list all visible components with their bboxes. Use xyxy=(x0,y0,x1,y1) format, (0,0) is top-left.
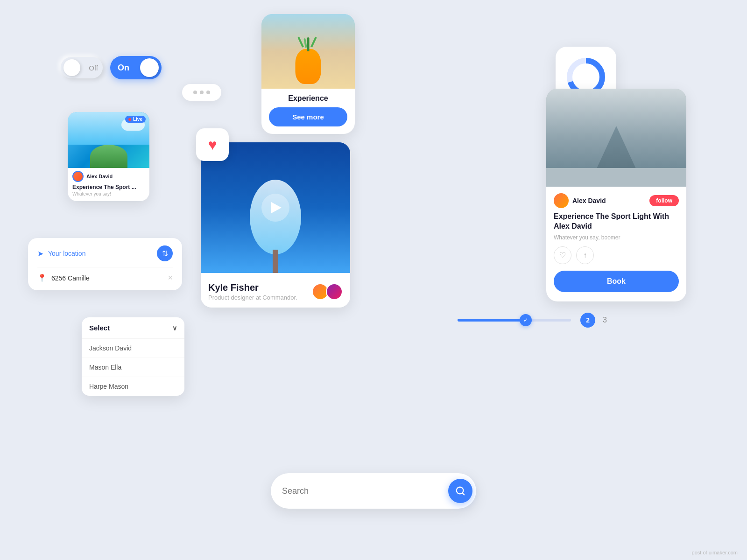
divider xyxy=(37,267,173,267)
slider-track[interactable]: ✓ xyxy=(458,319,571,322)
toggle-on[interactable]: On xyxy=(110,56,162,79)
toggle-on-knob xyxy=(140,58,159,77)
heart-icon: ♥ xyxy=(208,136,217,154)
share-button[interactable]: ↑ xyxy=(576,246,594,264)
location-dest-row: 📍 × xyxy=(37,273,173,283)
slider-max-label: 3 xyxy=(603,316,607,324)
search-input[interactable] xyxy=(282,486,443,496)
play-button[interactable] xyxy=(261,194,289,222)
video-thumbnail[interactable] xyxy=(201,142,350,273)
live-card: Live Alex David Experience The Sport ...… xyxy=(68,112,149,201)
tree-trunk xyxy=(273,250,278,273)
live-card-subtitle: Whatever you say! xyxy=(68,191,149,201)
live-card-image: Live xyxy=(68,112,149,168)
select-item-2[interactable]: Harpe Mason xyxy=(82,377,184,396)
chevron-down-icon: ∨ xyxy=(172,324,177,332)
clear-icon[interactable]: × xyxy=(168,273,173,283)
experience-card-title: Experience xyxy=(261,89,355,107)
main-card-image xyxy=(546,89,686,187)
video-card-bottom: Kyle Fisher Product designer at Commando… xyxy=(208,282,343,301)
watermark: post of uimaker.com xyxy=(692,550,738,555)
toggle-on-label: On xyxy=(118,63,129,73)
check-icon: ✓ xyxy=(523,317,528,323)
video-avatars xyxy=(312,283,343,300)
select-dropdown: Select ∨ Jackson David Mason Ella Harpe … xyxy=(82,317,184,396)
location-card: ➤ Your location ⇅ 📍 × xyxy=(28,238,182,290)
follow-button[interactable]: follow xyxy=(649,195,679,206)
select-header[interactable]: Select ∨ xyxy=(82,317,184,339)
video-card-name: Kyle Fisher xyxy=(208,282,297,293)
select-item-0[interactable]: Jackson David xyxy=(82,339,184,358)
slider-container: ✓ 2 3 xyxy=(458,313,607,328)
slider-fill xyxy=(458,319,526,322)
swap-button[interactable]: ⇅ xyxy=(157,245,173,261)
toggle-off-label: Off xyxy=(89,64,98,72)
select-label: Select xyxy=(89,324,110,332)
svg-point-2 xyxy=(578,69,594,85)
pin-icon: 📍 xyxy=(37,273,47,282)
water-shape xyxy=(546,168,686,187)
search-button[interactable] xyxy=(448,479,472,503)
dot-3 xyxy=(206,91,210,94)
heart-bubble[interactable]: ♥ xyxy=(196,128,229,161)
experience-card: Experience See more xyxy=(261,14,355,134)
main-content-card: Alex David follow Experience The Sport L… xyxy=(546,89,686,301)
toggle-off[interactable]: Off xyxy=(61,57,103,78)
select-item-1[interactable]: Mason Ella xyxy=(82,358,184,377)
main-card-subtitle: Whatever you say, boomer xyxy=(554,234,679,241)
experience-card-image xyxy=(261,14,355,89)
main-card-body: Alex David follow Experience The Sport L… xyxy=(546,187,686,292)
dot-2 xyxy=(200,91,204,94)
video-card-body: Kyle Fisher Product designer at Commando… xyxy=(201,273,350,308)
live-card-title: Experience The Sport ... xyxy=(68,184,149,191)
main-card-user-info: Alex David xyxy=(554,193,606,208)
book-button[interactable]: Book xyxy=(554,271,679,292)
search-bar xyxy=(271,473,476,509)
video-card-role: Product designer at Commandor. xyxy=(208,294,297,301)
slider-thumb[interactable]: ✓ xyxy=(520,314,532,326)
play-icon xyxy=(271,202,282,213)
avatar xyxy=(554,193,569,208)
toggle-off-knob xyxy=(63,59,80,76)
location-source-row: ➤ Your location ⇅ xyxy=(37,245,173,261)
live-card-user: Alex David xyxy=(68,168,149,184)
video-card: ♥ Kyle Fisher Product designer at Comman… xyxy=(201,142,350,308)
like-button[interactable]: ♡ xyxy=(554,246,571,264)
toggle-group: Off On xyxy=(61,56,162,79)
avatar xyxy=(326,283,343,300)
svg-line-4 xyxy=(462,493,464,495)
main-card-title: Experience The Sport Light With Alex Dav… xyxy=(554,212,679,231)
main-card-user-row: Alex David follow xyxy=(554,193,679,208)
main-username: Alex David xyxy=(572,197,606,204)
see-more-button[interactable]: See more xyxy=(269,107,347,126)
search-icon xyxy=(455,486,465,496)
location-input[interactable] xyxy=(51,274,163,282)
slider-value-badge: 2 xyxy=(580,313,595,328)
avatar xyxy=(72,171,84,182)
navigation-icon: ➤ xyxy=(37,249,43,258)
dot-1 xyxy=(193,91,197,94)
location-source-label: Your location xyxy=(48,250,152,257)
main-card-actions: ♡ ↑ xyxy=(554,246,679,264)
dots-menu[interactable] xyxy=(182,84,221,101)
live-badge: Live xyxy=(125,116,146,123)
